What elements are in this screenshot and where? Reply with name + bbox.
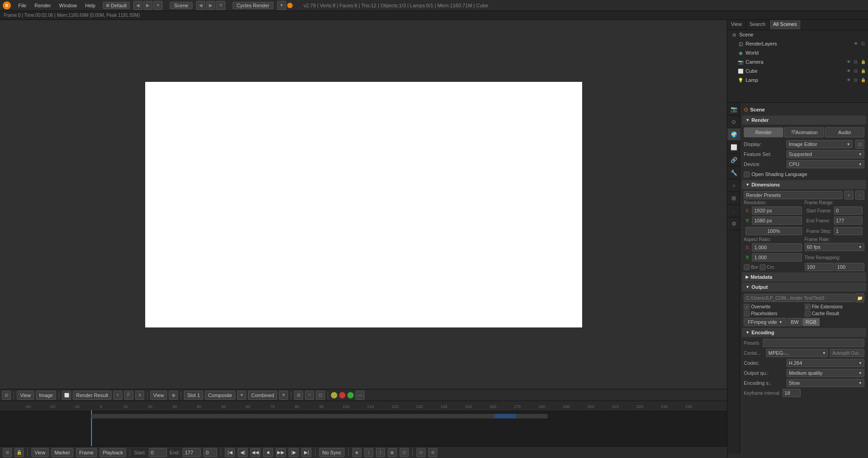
frame-menu[interactable]: Frame bbox=[76, 448, 97, 457]
keyframe-btn1[interactable]: ◆ bbox=[352, 448, 361, 457]
timeline-content[interactable] bbox=[0, 410, 727, 446]
keyframe-value[interactable]: 18 bbox=[782, 389, 801, 397]
scene-tab-icon[interactable]: ⊙ bbox=[727, 116, 740, 128]
camera-lock[interactable]: 🔒 bbox=[860, 59, 866, 65]
channels-btn[interactable]: ⊞ bbox=[294, 391, 303, 400]
res-x-field[interactable]: 1920 px bbox=[752, 206, 802, 215]
bor-check[interactable] bbox=[744, 264, 750, 270]
overwrite-checkbox[interactable]: ✓ bbox=[744, 304, 750, 310]
menu-help[interactable]: Help bbox=[81, 2, 99, 9]
keyframe-btn2[interactable]: ⟨ bbox=[364, 448, 373, 457]
view-menu2[interactable]: View bbox=[150, 391, 168, 400]
cache-checkbox[interactable] bbox=[805, 311, 811, 317]
aspect-x-field[interactable]: 1.000 bbox=[752, 243, 802, 252]
play-btn[interactable]: ▶▶ bbox=[276, 448, 286, 457]
hist-btn[interactable]: ~ bbox=[305, 391, 314, 400]
outliner-renderlayers[interactable]: ◫ RenderLayers 👁 ⊡ bbox=[727, 39, 868, 48]
time-old[interactable]: 100 bbox=[805, 263, 834, 271]
composite-label[interactable]: Composite bbox=[205, 391, 235, 400]
render-presets-select[interactable]: Render Presets bbox=[744, 191, 843, 199]
new-btn[interactable]: + bbox=[113, 391, 122, 400]
outliner-scene[interactable]: ⊙ Scene bbox=[727, 30, 868, 39]
constraints-tab-icon[interactable]: 🔗 bbox=[727, 154, 740, 166]
render-toggle[interactable]: ⊡ bbox=[860, 40, 866, 47]
render-result-icon[interactable]: ⬜ bbox=[62, 391, 71, 400]
container-select[interactable]: MPEG-... ▼ bbox=[766, 349, 828, 357]
lamp-eye[interactable]: 👁 bbox=[845, 77, 852, 83]
eye-icon[interactable]: 👁 bbox=[853, 40, 859, 47]
render-result-label[interactable]: Render Result bbox=[73, 391, 111, 400]
image-menu[interactable]: Image bbox=[36, 391, 56, 400]
output-section-header[interactable]: ▼ Output bbox=[742, 282, 866, 292]
codec-select[interactable]: H.264 ▼ bbox=[787, 359, 864, 367]
browse-output-btn[interactable]: 📁 bbox=[855, 293, 864, 302]
placeholder-checkbox[interactable] bbox=[744, 311, 750, 317]
keyframe-btn3[interactable]: ⟩ bbox=[376, 448, 385, 457]
scene-close[interactable]: ✕ bbox=[216, 1, 225, 10]
tab-view[interactable]: View bbox=[727, 20, 746, 30]
tab-search[interactable]: Search bbox=[746, 20, 770, 30]
open-btn[interactable]: F bbox=[124, 391, 133, 400]
material-tab-icon[interactable]: ○ bbox=[727, 179, 740, 192]
encoding-preset-select[interactable] bbox=[763, 339, 864, 347]
view-menu-pb[interactable]: View bbox=[31, 448, 49, 457]
render-engine-expand[interactable]: ▼ bbox=[277, 1, 286, 10]
preset-add[interactable]: + bbox=[844, 191, 853, 200]
render-tab-icon[interactable]: 📷 bbox=[727, 103, 740, 116]
blender-logo[interactable]: B bbox=[3, 1, 11, 10]
bw-btn[interactable]: BW bbox=[787, 318, 802, 326]
scene-next[interactable]: ▶ bbox=[206, 1, 215, 10]
view-menu[interactable]: View bbox=[17, 391, 34, 400]
extra-btn2[interactable]: ◉ bbox=[388, 448, 397, 457]
playback-menu[interactable]: Playback bbox=[100, 448, 127, 457]
render-btn[interactable]: Render bbox=[744, 127, 783, 137]
metadata-section-header[interactable]: ▶ Metadata bbox=[742, 272, 866, 282]
camera-extra[interactable]: ⊡ bbox=[853, 59, 859, 65]
cube-eye[interactable]: 👁 bbox=[845, 68, 852, 74]
world-tab-icon[interactable]: 🌍 bbox=[727, 128, 740, 141]
object-tab-icon[interactable]: ⬜ bbox=[727, 141, 740, 154]
time-new[interactable]: 100 bbox=[835, 263, 864, 271]
tab-all-scenes[interactable]: All Scenes bbox=[770, 20, 801, 30]
output-path-field[interactable]: C:/Users/JLP_COM.../ender Test/Test3 bbox=[744, 294, 854, 302]
scope-btn[interactable]: ⊡ bbox=[316, 391, 325, 400]
frame-rate-select[interactable]: 60 fps ▼ bbox=[805, 243, 865, 251]
aspect-y-field[interactable]: 1.000 bbox=[752, 253, 802, 262]
scene-prev[interactable]: ◀ bbox=[196, 1, 205, 10]
marker-menu[interactable]: Marker bbox=[51, 448, 73, 457]
view-icon[interactable]: ◉ bbox=[169, 391, 178, 400]
current-frame-field[interactable]: 0 bbox=[203, 448, 217, 457]
camera-eye[interactable]: 👁 bbox=[845, 59, 852, 65]
res-y-field[interactable]: 1080 px bbox=[752, 216, 802, 225]
render-section-header[interactable]: ▼ Render bbox=[742, 116, 866, 125]
start-frame-field[interactable]: 0 bbox=[149, 448, 167, 457]
combined-label[interactable]: Combined bbox=[248, 391, 277, 400]
physics-tab-icon[interactable]: ⚙ bbox=[727, 217, 740, 230]
editor-type-icon[interactable]: ⊞ bbox=[2, 391, 11, 400]
display-extra[interactable]: ⊡ bbox=[855, 140, 864, 149]
file-format-select[interactable]: FFmpeg vide ▼ bbox=[744, 318, 787, 326]
unlink-btn[interactable]: ✕ bbox=[135, 391, 144, 400]
step-forward-btn[interactable]: |▶ bbox=[289, 448, 299, 457]
editor-next[interactable]: ▶ bbox=[143, 1, 152, 10]
lamp-extra[interactable]: ⊡ bbox=[853, 77, 859, 83]
cro-check[interactable] bbox=[760, 264, 766, 270]
rgb-btn[interactable]: RGB bbox=[802, 318, 820, 326]
texture-tab-icon[interactable]: ⊞ bbox=[727, 192, 740, 205]
autosplit-btn[interactable]: Autosplit Out... bbox=[830, 349, 864, 357]
particles-tab-icon[interactable]: · bbox=[727, 205, 740, 217]
step-back-btn[interactable]: ◀| bbox=[238, 448, 248, 457]
feature-set-select[interactable]: Supported ▼ bbox=[787, 150, 864, 158]
combined-expand[interactable]: ▼ bbox=[279, 391, 288, 400]
editor-close[interactable]: ✕ bbox=[153, 1, 162, 10]
snap-btn[interactable]: ⊙ bbox=[416, 448, 426, 457]
playback-editor-type[interactable]: ⊞ bbox=[3, 448, 12, 457]
modifiers-tab-icon[interactable]: 🔧 bbox=[727, 166, 740, 179]
osl-checkbox[interactable]: Open Shading Language bbox=[744, 171, 807, 177]
outliner-camera[interactable]: 📷 Camera 👁 ⊡ 🔒 bbox=[727, 57, 868, 66]
cube-extra[interactable]: ⊡ bbox=[853, 68, 859, 74]
composite-expand[interactable]: ▼ bbox=[237, 391, 246, 400]
lamp-lock[interactable]: 🔒 bbox=[860, 77, 866, 83]
playback-lock[interactable]: 🔒 bbox=[15, 448, 24, 457]
osl-check[interactable] bbox=[744, 171, 750, 177]
